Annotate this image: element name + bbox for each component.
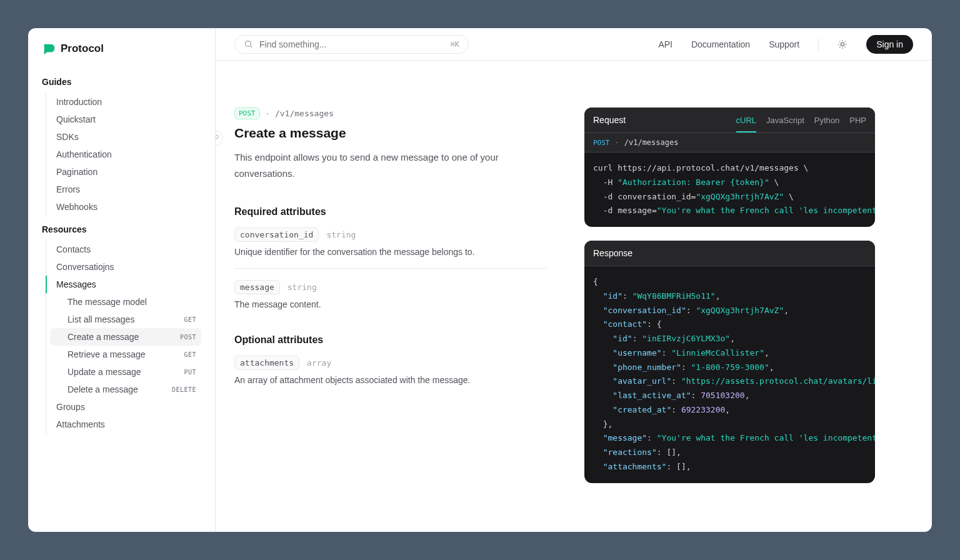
- attr-desc: An array of attachment objects associate…: [234, 375, 547, 385]
- request-title: Request: [593, 115, 626, 125]
- sidebar-subitem-label: Retrieve a message: [68, 349, 146, 359]
- attr-name: attachments: [234, 356, 299, 370]
- code-tab[interactable]: Python: [814, 116, 839, 125]
- request-head: Request cURLJavaScriptPythonPHP: [584, 108, 875, 133]
- link-icon: [216, 134, 219, 142]
- search-icon: [244, 39, 253, 49]
- request-subhead: POST · /v1/messages: [584, 133, 875, 152]
- attr-type: string: [288, 282, 317, 292]
- sidebar-subitem-label: The message model: [68, 297, 147, 307]
- attr-name: message: [234, 280, 280, 294]
- response-title: Response: [593, 248, 632, 258]
- svg-line-9: [839, 46, 840, 47]
- attr-type: array: [307, 358, 331, 368]
- sidebar-item[interactable]: Pagination: [46, 163, 201, 181]
- sidebar-subitem[interactable]: Update a messagePUT: [50, 363, 201, 381]
- attribute: conversation_idstringUnique identifier f…: [234, 228, 547, 269]
- method-tag: PUT: [184, 369, 201, 376]
- method-badge: POST: [234, 108, 260, 119]
- svg-line-6: [845, 46, 846, 47]
- content: POST · /v1/messages Create a message Thi…: [216, 61, 932, 532]
- logo-icon: [42, 42, 56, 56]
- request-body[interactable]: curl https://api.protocol.chat/v1/messag…: [584, 152, 875, 227]
- sidebar-subitem[interactable]: The message model: [50, 293, 201, 311]
- request-sub-path: /v1/messages: [624, 138, 679, 147]
- attr-name: conversation_id: [234, 228, 319, 242]
- endpoint-path: /v1/messages: [275, 109, 334, 118]
- sidebar-subitem[interactable]: Create a messagePOST: [50, 328, 201, 346]
- brand-name: Protocol: [61, 42, 104, 55]
- topbar: ⌘K API Documentation Support Sign in: [216, 28, 932, 61]
- sidebar-item[interactable]: Authentication: [46, 146, 201, 163]
- required-heading: Required attributes: [234, 206, 547, 218]
- response-codebox: Response { "id": "WqY86BMFRiH5o11", "con…: [584, 241, 875, 483]
- response-head: Response: [584, 241, 875, 266]
- separator-dot: ·: [615, 138, 619, 147]
- search-field[interactable]: [259, 39, 444, 49]
- code-tabs: cURLJavaScriptPythonPHP: [736, 116, 866, 125]
- sidebar-subitem[interactable]: Delete a messageDELETE: [50, 381, 201, 398]
- request-sub-method: POST: [593, 139, 610, 147]
- sidebar-item[interactable]: Groups: [46, 398, 201, 416]
- nav-guides: Guides IntroductionQuickstartSDKsAuthent…: [28, 69, 215, 217]
- sidebar-subitem[interactable]: List all messagesGET: [50, 311, 201, 328]
- anchor-link-button[interactable]: [216, 131, 223, 146]
- logo[interactable]: Protocol: [28, 42, 215, 69]
- svg-line-1: [250, 46, 252, 48]
- attr-type: string: [326, 230, 356, 239]
- sidebar-subitem-label: Update a message: [68, 367, 141, 377]
- page-title: Create a message: [234, 126, 547, 141]
- attr-desc: Unique identifier for the conversation t…: [234, 247, 547, 257]
- sidebar-item[interactable]: SDKs: [46, 128, 201, 146]
- main: ⌘K API Documentation Support Sign in POS…: [216, 28, 932, 532]
- response-body[interactable]: { "id": "WqY86BMFRiH5o11", "conversation…: [584, 266, 875, 483]
- sidebar-item[interactable]: Webhooks: [46, 198, 201, 216]
- page-description: This endpoint allows you to send a new m…: [234, 149, 547, 181]
- attribute: messagestringThe message content.: [234, 280, 547, 321]
- sidebar-subitem[interactable]: Retrieve a messageGET: [50, 346, 201, 363]
- doc-column: POST · /v1/messages Create a message Thi…: [234, 108, 547, 532]
- nav-resources: Resources ContactsConversatiojnsMessages…: [28, 217, 215, 434]
- code-tab[interactable]: cURL: [736, 116, 757, 132]
- sidebar-item[interactable]: Contacts: [46, 241, 201, 258]
- topnav: API Documentation Support Sign in: [658, 35, 913, 54]
- separator-dot: ·: [266, 108, 269, 119]
- nav-heading-guides: Guides: [42, 77, 201, 87]
- code-tab[interactable]: JavaScript: [766, 116, 804, 125]
- sidebar-item[interactable]: Messages: [46, 276, 201, 293]
- sidebar-item[interactable]: Attachments: [46, 416, 201, 433]
- search-kbd: ⌘K: [451, 40, 459, 49]
- method-tag: POST: [180, 334, 201, 341]
- signin-button[interactable]: Sign in: [866, 35, 913, 54]
- app-window: Protocol Guides IntroductionQuickstartSD…: [28, 28, 932, 532]
- nav-heading-resources: Resources: [42, 224, 201, 234]
- topnav-divider: [818, 38, 819, 51]
- sidebar-subitem-label: Create a message: [68, 332, 139, 342]
- method-tag: GET: [184, 351, 201, 358]
- topnav-api[interactable]: API: [658, 39, 672, 49]
- method-tag: DELETE: [172, 386, 201, 393]
- sidebar-subitem-label: Delete a message: [68, 384, 138, 394]
- sidebar-item[interactable]: Errors: [46, 181, 201, 198]
- sidebar-item[interactable]: Introduction: [46, 93, 201, 111]
- endpoint-row: POST · /v1/messages: [234, 108, 547, 119]
- svg-point-0: [246, 41, 251, 47]
- sidebar-item[interactable]: Quickstart: [46, 111, 201, 128]
- theme-toggle[interactable]: [838, 39, 848, 49]
- request-codebox: Request cURLJavaScriptPythonPHP POST · /…: [584, 108, 875, 227]
- sidebar-item[interactable]: Conversatiojns: [46, 258, 201, 276]
- method-tag: GET: [184, 316, 201, 323]
- attr-desc: The message content.: [234, 299, 547, 309]
- topnav-support[interactable]: Support: [769, 39, 799, 49]
- attribute: attachmentsarrayAn array of attachment o…: [234, 356, 547, 396]
- sidebar-subitem-label: List all messages: [68, 314, 134, 324]
- svg-line-5: [839, 41, 840, 42]
- code-tab[interactable]: PHP: [849, 116, 866, 125]
- svg-point-2: [841, 42, 844, 46]
- sun-icon: [838, 39, 848, 49]
- code-column: Request cURLJavaScriptPythonPHP POST · /…: [584, 108, 875, 532]
- search-input[interactable]: ⌘K: [234, 35, 469, 54]
- topnav-documentation[interactable]: Documentation: [691, 39, 750, 49]
- sidebar: Protocol Guides IntroductionQuickstartSD…: [28, 28, 216, 532]
- optional-heading: Optional attributes: [234, 334, 547, 346]
